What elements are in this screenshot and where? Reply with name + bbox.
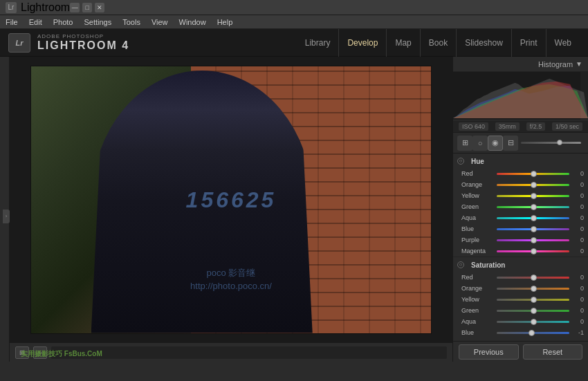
tool-slider[interactable] [521,142,581,144]
nav-library[interactable]: Library [297,29,339,57]
tool-minus[interactable]: ⊟ [503,136,518,151]
photo-container: 156625 poco 影音继 http://photo.poco.cn/ [30,66,432,334]
sat-red-track[interactable] [497,277,569,279]
previous-button[interactable]: Previous [459,344,519,360]
menu-tools[interactable]: Tools [122,18,140,26]
hue-red-track[interactable] [497,173,569,175]
menu-file[interactable]: File [6,18,18,26]
sat-green-row: Green 0 [453,305,588,316]
nav-map[interactable]: Map [386,29,419,57]
sat-blue-value: -1 [571,329,584,336]
adjustments-panel: ○ Hue Red 0 Orange 0 [453,154,588,341]
hue-green-value: 0 [571,203,584,210]
hue-red-label: Red [461,170,495,177]
hue-magenta-track[interactable] [497,250,569,252]
hue-yellow-value: 0 [571,192,584,199]
maximize-button[interactable]: □ [82,3,92,12]
hue-blue-row: Blue 0 [453,223,588,234]
hue-orange-label: Orange [461,181,495,188]
saturation-section: ○ Saturation Red 0 Orange 0 [453,257,588,341]
menu-window[interactable]: Window [179,18,206,26]
hue-blue-track[interactable] [497,228,569,230]
histogram-chevron[interactable]: ▼ [576,60,582,68]
nav-web[interactable]: Web [546,29,580,57]
tool-target[interactable]: ◉ [488,136,503,151]
hue-aqua-value: 0 [571,214,584,221]
sat-green-label: Green [461,307,495,314]
aperture-info: f/2.5 [526,122,546,131]
hue-aqua-track[interactable] [497,217,569,219]
menu-help[interactable]: Help [217,18,233,26]
sat-orange-track[interactable] [497,288,569,290]
hue-orange-row: Orange 0 [453,179,588,190]
sat-orange-label: Orange [461,285,495,292]
panel-footer: Previous Reset [453,341,588,362]
window-title: Lightroom [21,1,70,14]
hue-toggle[interactable]: ○ [457,158,464,165]
histogram-canvas [453,72,588,120]
nav-modules: Library Develop Map Book Slideshow Print… [297,29,580,57]
app-title-block: ADOBE PHOTOSHOP LIGHTROOM 4 [37,33,129,52]
photo-area[interactable]: 156625 poco 影音继 http://photo.poco.cn/ [10,57,452,342]
hue-red-value: 0 [571,170,584,177]
bottom-toolbar: ⊞ ↔ 实用摄影技巧 FsBus.CoM [10,342,452,362]
filmstrip-scroll[interactable] [51,346,447,359]
saturation-toggle[interactable]: ○ [457,261,464,268]
hue-purple-row: Purple 0 [453,234,588,245]
hue-magenta-label: Magenta [461,248,495,254]
hue-magenta-value: 0 [571,248,584,254]
sat-blue-row: Blue -1 [453,327,588,338]
titlebar: Lr Lightroom — □ ✕ [0,0,588,15]
hue-yellow-track[interactable] [497,195,569,197]
sat-blue-track[interactable] [497,332,569,334]
nav-print[interactable]: Print [511,29,546,57]
reset-button[interactable]: Reset [523,344,583,360]
sat-orange-value: 0 [571,285,584,292]
center-panel: 156625 poco 影音继 http://photo.poco.cn/ ⊞ … [10,57,452,362]
hsl-hue-section: ○ Hue Red 0 Orange 0 [453,154,588,257]
sat-red-row: Red 0 [453,272,588,283]
sat-orange-row: Orange 0 [453,283,588,294]
nav-develop[interactable]: Develop [338,29,386,57]
menu-settings[interactable]: Settings [84,18,111,26]
nav-slideshow[interactable]: Slideshow [456,29,511,57]
tool-circle[interactable]: ○ [472,136,488,151]
sat-red-value: 0 [571,274,584,281]
sat-green-value: 0 [571,307,584,314]
hue-green-label: Green [461,203,495,210]
hue-orange-track[interactable] [497,184,569,186]
sat-red-label: Red [461,274,495,281]
sat-blue-label: Blue [461,329,495,336]
hue-purple-label: Purple [461,236,495,243]
nav-book[interactable]: Book [420,29,456,57]
sat-aqua-label: Aqua [461,318,495,325]
hue-green-row: Green 0 [453,201,588,212]
tool-grid[interactable]: ⊞ [457,136,472,151]
sat-yellow-track[interactable] [497,299,569,301]
app-title: LIGHTROOM 4 [37,39,129,52]
menu-photo[interactable]: Photo [53,18,73,26]
svg-rect-1 [580,72,588,120]
minimize-button[interactable]: — [70,3,80,12]
hue-purple-track[interactable] [497,239,569,241]
hue-section-title: Hue [467,155,488,167]
window-controls: — □ ✕ [70,3,104,12]
hue-blue-value: 0 [571,225,584,232]
app-subtitle: ADOBE PHOTOSHOP [37,33,129,39]
hue-green-track[interactable] [497,206,569,208]
photo-subject [91,71,313,333]
sat-aqua-track[interactable] [497,321,569,323]
hue-purple-value: 0 [571,236,584,243]
sat-aqua-row: Aqua 0 [453,316,588,327]
close-button[interactable]: ✕ [95,3,104,12]
menu-view[interactable]: View [151,18,168,26]
hue-magenta-row: Magenta 0 [453,245,588,257]
left-panel-expand[interactable]: › [3,210,10,223]
main-area: › 156625 poco 影音继 http://photo.poco.cn/ … [0,57,588,362]
menu-edit[interactable]: Edit [29,18,42,26]
tool-slider-container [518,136,584,150]
shutter-info: 1/50 sec [552,122,582,131]
histogram-header: Histogram ▼ [453,57,588,72]
sat-green-track[interactable] [497,310,569,312]
tool-row: ⊞ ○ ◉ ⊟ [453,133,588,154]
